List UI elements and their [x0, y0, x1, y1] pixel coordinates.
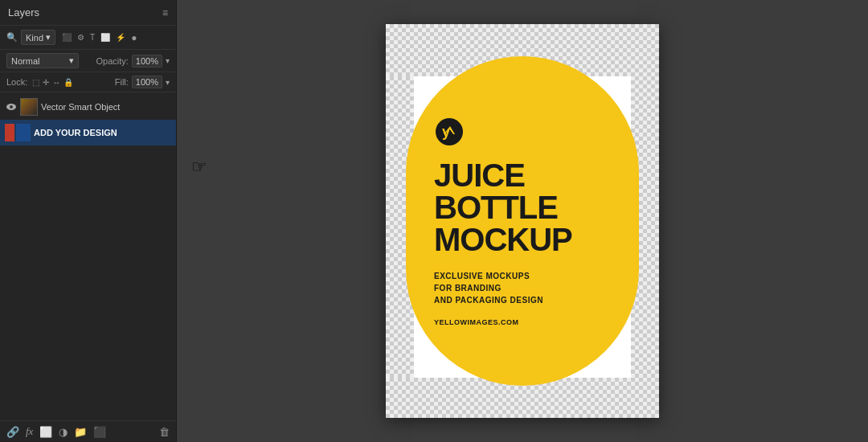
lock-all-icon[interactable]: 🔒 — [63, 78, 73, 87]
filter-adjust-icon[interactable]: ⚙ — [76, 32, 86, 43]
fill-label: Fill: — [115, 77, 129, 87]
mockup-title-line2: BOTTLE — [434, 191, 572, 223]
filter-toggle[interactable]: ● — [129, 31, 138, 44]
kind-dropdown[interactable]: Kind ▾ — [21, 30, 55, 45]
fill-value[interactable]: 100% — [132, 76, 162, 88]
effects-icon[interactable]: fx — [26, 425, 33, 438]
new-layer-icon[interactable]: ⬛ — [93, 426, 106, 438]
lock-row: Lock: ⬚ ✛ ↔ 🔒 Fill: 100% ▾ — [0, 72, 176, 92]
kind-arrow: ▾ — [46, 32, 51, 43]
mockup-title-line3: MOCKUP — [434, 223, 572, 256]
lock-move-icon[interactable]: ✛ — [43, 78, 49, 87]
canvas-area: y JUICE BOTTLE MOCKUP EXCLUSIVE MOCKUPS … — [177, 0, 868, 442]
layer-visibility-icon[interactable] — [5, 100, 18, 113]
mockup-url: YELLOWIMAGES.COM — [434, 318, 519, 326]
mockup-subtitle-line3: AND PACKAGING DESIGN — [434, 294, 543, 306]
mockup-title-line1: JUICE — [434, 159, 572, 191]
opacity-arrow[interactable]: ▾ — [166, 56, 170, 65]
layers-toolbar: 🔗 fx ⬜ ◑ 📁 ⬛ 🗑 — [0, 420, 176, 442]
mockup-document: y JUICE BOTTLE MOCKUP EXCLUSIVE MOCKUPS … — [386, 24, 659, 418]
layers-panel: Layers ≡ 🔍 Kind ▾ ⬛ ⚙ T ⬜ ⚡ ● Normal ▾ O… — [0, 0, 177, 442]
blend-mode-label: Normal — [11, 56, 39, 66]
fill-arrow[interactable]: ▾ — [166, 78, 170, 87]
mockup-subtitle: EXCLUSIVE MOCKUPS FOR BRANDING AND PACKA… — [434, 270, 543, 306]
mockup-subtitle-line2: FOR BRANDING — [434, 282, 543, 294]
lock-icons: ⬚ ✛ ↔ 🔒 — [32, 78, 73, 87]
adjustment-icon[interactable]: ◑ — [59, 426, 68, 438]
opacity-value[interactable]: 100% — [132, 55, 162, 68]
layers-list: Vector Smart Object ADD YOUR DESIGN — [0, 92, 176, 420]
filter-row: 🔍 Kind ▾ ⬛ ⚙ T ⬜ ⚡ ● — [0, 26, 176, 50]
folder-icon[interactable]: 📁 — [74, 426, 87, 438]
lock-label: Lock: — [6, 77, 27, 87]
fill-row: Fill: 100% ▾ — [115, 76, 170, 88]
layer-item-selected[interactable]: ADD YOUR DESIGN — [0, 120, 176, 145]
layer-item[interactable]: Vector Smart Object — [0, 94, 176, 120]
blend-mode-dropdown[interactable]: Normal ▾ — [6, 53, 79, 68]
filter-smart-icon[interactable]: ⚡ — [114, 32, 127, 43]
layer-name-selected: ADD YOUR DESIGN — [34, 128, 171, 137]
blend-row: Normal ▾ Opacity: 100% ▾ — [0, 50, 176, 72]
brand-logo: y — [434, 117, 465, 147]
search-icon: 🔍 — [6, 32, 18, 43]
mockup-subtitle-line1: EXCLUSIVE MOCKUPS — [434, 270, 543, 282]
mask-icon[interactable]: ⬜ — [39, 426, 52, 438]
panel-title: Layers — [8, 6, 39, 18]
opacity-row: Opacity: 100% ▾ — [96, 55, 170, 68]
svg-point-1 — [10, 105, 13, 108]
link-icon[interactable]: 🔗 — [6, 426, 19, 438]
opacity-label: Opacity: — [96, 56, 129, 66]
filter-pixel-icon[interactable]: ⬛ — [60, 32, 73, 43]
layer-thumbnail-blue — [16, 124, 31, 141]
layer-color-indicator — [5, 124, 14, 141]
blend-arrow: ▾ — [69, 55, 74, 66]
kind-label: Kind — [26, 33, 43, 43]
layer-thumbnail — [20, 98, 38, 116]
panel-menu-icon[interactable]: ≡ — [162, 7, 168, 18]
filter-type-icon[interactable]: T — [88, 32, 96, 43]
panel-header: Layers ≡ — [0, 0, 176, 26]
mockup-title: JUICE BOTTLE MOCKUP — [434, 159, 572, 256]
filter-icons: ⬛ ⚙ T ⬜ ⚡ ● — [60, 31, 138, 44]
filter-shape-icon[interactable]: ⬜ — [99, 32, 112, 43]
lock-artboard-icon[interactable]: ↔ — [52, 78, 60, 87]
delete-layer-icon[interactable]: 🗑 — [159, 426, 170, 438]
oval-shape: y JUICE BOTTLE MOCKUP EXCLUSIVE MOCKUPS … — [406, 56, 639, 386]
lock-pixel-icon[interactable]: ⬚ — [32, 78, 39, 87]
layer-name: Vector Smart Object — [41, 102, 171, 112]
